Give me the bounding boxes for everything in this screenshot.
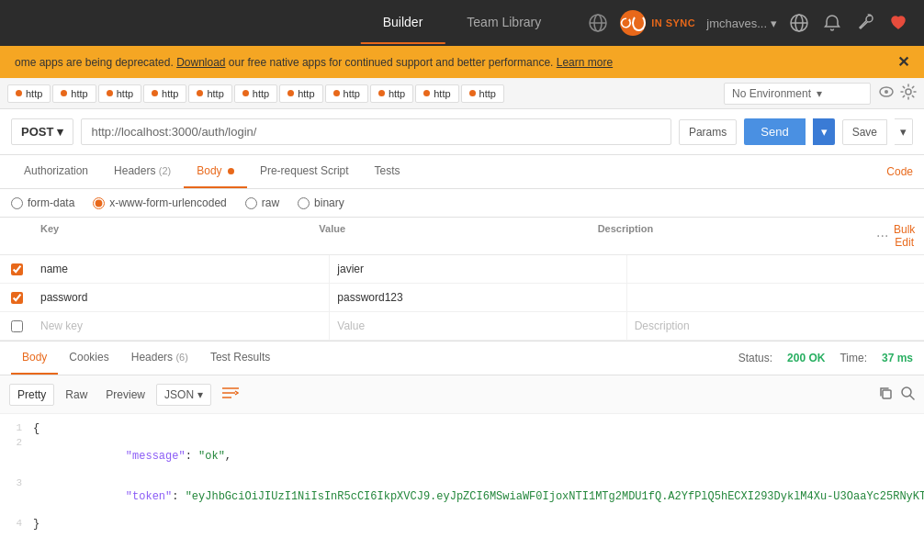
request-tab-2[interactable]: http (98, 84, 141, 103)
request-tab-5[interactable]: http (234, 84, 277, 103)
tab-dot-4 (197, 90, 203, 96)
req-tab-headers[interactable]: Headers (2) (101, 155, 184, 188)
preview-button[interactable]: Preview (98, 385, 152, 405)
request-tab-3[interactable]: http (143, 84, 186, 103)
option-urlencoded[interactable]: x-www-form-urlencoded (93, 196, 226, 209)
resp-tab-cookies[interactable]: Cookies (58, 342, 119, 375)
kv-table: Key Value Description ··· Bulk Edit name… (0, 218, 924, 342)
line-num-4: 4 (0, 518, 33, 529)
request-tab-7[interactable]: http (325, 84, 368, 103)
svg-line-15 (910, 396, 914, 399)
banner-learn-more-link[interactable]: Learn more (557, 56, 613, 69)
pretty-button[interactable]: Pretty (9, 384, 54, 406)
url-input[interactable] (81, 118, 671, 145)
req-tab-authorization[interactable]: Authorization (11, 155, 101, 188)
send-dropdown-button[interactable]: ▾ (813, 118, 835, 145)
status-label: Status: (738, 352, 772, 364)
kv-col-value: Value (311, 223, 590, 249)
resp-tab-test-results[interactable]: Test Results (199, 342, 281, 375)
kv-checkbox-password (0, 285, 33, 311)
warning-banner: ome apps are being deprecated. Download … (0, 46, 924, 78)
tab-label-9: http (434, 88, 450, 99)
time-value: 37 ms (882, 352, 913, 364)
tab-label-10: http (479, 88, 496, 99)
code-line-3: 3 "token": "eyJhbGciOiJIUzI1NiIsInR5cCI6… (0, 476, 924, 517)
req-tab-body[interactable]: Body (184, 155, 247, 188)
kv-desc-password[interactable] (627, 290, 924, 305)
user-dropdown[interactable]: jmchaves... ▾ (706, 17, 777, 30)
tab-dot-10 (469, 90, 476, 96)
json-chevron-icon: ▾ (197, 388, 203, 401)
option-raw[interactable]: raw (245, 196, 279, 209)
save-button[interactable]: Save (842, 119, 887, 145)
kv-value-name[interactable]: javier (330, 255, 626, 283)
env-dropdown[interactable]: No Environment ▾ (724, 83, 871, 105)
sync-button[interactable]: IN SYNC (620, 10, 695, 36)
kv-value-new[interactable]: Value (330, 312, 626, 340)
tab-team-library[interactable]: Team Library (445, 2, 563, 44)
main-content: http http http http http http http http (0, 78, 924, 560)
tab-dot-2 (107, 90, 113, 96)
tab-builder[interactable]: Builder (361, 2, 445, 44)
code-line-1: 1 { (0, 421, 924, 436)
request-tab-1[interactable]: http (52, 84, 96, 103)
send-button[interactable]: Send (744, 118, 805, 145)
banner-close-button[interactable]: ✕ (897, 53, 909, 71)
code-line-4: 4 } (0, 517, 924, 532)
kv-check-new[interactable] (11, 320, 23, 332)
raw-button[interactable]: Raw (58, 385, 95, 405)
user-chevron-icon: ▾ (771, 17, 777, 30)
line-num-3: 3 (0, 477, 33, 488)
kv-key-password[interactable]: password (33, 284, 330, 311)
eye-icon-btn[interactable] (878, 84, 895, 103)
globe-icon[interactable] (788, 12, 810, 34)
svg-marker-3 (628, 18, 631, 20)
kv-desc-new[interactable]: Description (627, 312, 924, 340)
kv-value-password[interactable]: password123 (330, 284, 626, 311)
kv-check-name[interactable] (11, 263, 23, 275)
request-tab-6[interactable]: http (279, 84, 322, 103)
top-nav: Builder Team Library IN SYNC jmchaves... (0, 0, 924, 46)
copy-icon-button[interactable] (878, 386, 893, 404)
req-tab-prerequest[interactable]: Pre-request Script (247, 155, 362, 188)
params-button[interactable]: Params (679, 119, 737, 145)
banner-text1: ome apps are being deprecated. (15, 56, 174, 69)
sync-globe-icon[interactable] (587, 12, 609, 34)
resp-tab-body[interactable]: Body (11, 342, 58, 375)
option-binary[interactable]: binary (298, 196, 344, 209)
status-info: Status: 200 OK Time: 37 ms (738, 352, 913, 364)
kv-key-name[interactable]: name (33, 255, 330, 283)
wrap-icon-button[interactable] (215, 381, 246, 408)
method-dropdown[interactable]: POST ▾ (11, 118, 73, 145)
resp-headers-badge: (6) (175, 352, 187, 363)
tabs-row: http http http http http http http http (0, 78, 924, 109)
heart-icon[interactable] (887, 12, 909, 34)
dots-button[interactable]: ··· (876, 228, 888, 244)
kv-key-new[interactable]: New key (33, 312, 330, 340)
request-tab-8[interactable]: http (370, 84, 413, 103)
svg-point-8 (885, 90, 888, 94)
tab-label-6: http (298, 88, 314, 99)
tab-dot-7 (333, 90, 340, 96)
request-tab-4[interactable]: http (188, 84, 231, 103)
save-dropdown-button[interactable]: ▾ (895, 118, 913, 145)
kv-checkbox-new (0, 313, 33, 340)
resp-tab-headers[interactable]: Headers (6) (120, 342, 199, 375)
search-icon-button[interactable] (900, 386, 915, 404)
gear-icon-btn[interactable] (900, 84, 917, 103)
nav-tabs: Builder Team Library (361, 2, 564, 44)
tab-label-2: http (117, 88, 133, 99)
kv-desc-name[interactable] (627, 262, 924, 276)
request-tab-9[interactable]: http (415, 84, 458, 103)
kv-check-password[interactable] (11, 292, 23, 304)
json-selector[interactable]: JSON ▾ (156, 384, 211, 406)
code-link[interactable]: Code (886, 165, 913, 178)
bell-icon[interactable] (821, 12, 843, 34)
banner-download-link[interactable]: Download (176, 56, 225, 69)
request-tab-0[interactable]: http (7, 84, 51, 103)
request-tab-10[interactable]: http (461, 84, 504, 103)
req-tab-tests[interactable]: Tests (362, 155, 413, 188)
wrench-icon[interactable] (854, 12, 876, 34)
bulk-edit-button[interactable]: Bulk Edit (892, 223, 917, 249)
option-form-data[interactable]: form-data (11, 196, 74, 209)
